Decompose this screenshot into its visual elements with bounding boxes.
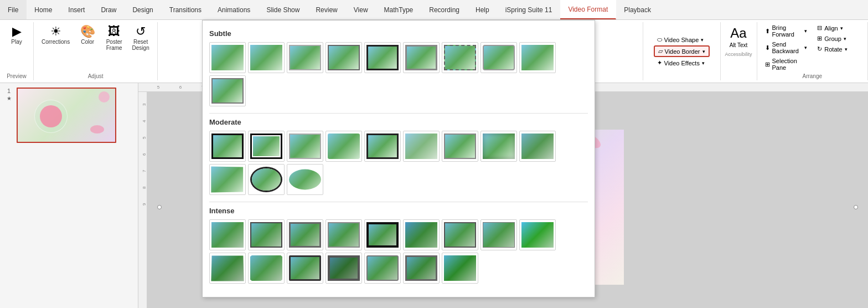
intense-style-15[interactable]: [403, 253, 440, 284]
tab-view[interactable]: View: [346, 0, 376, 19]
tab-playback[interactable]: Playback: [616, 0, 659, 19]
moderate-style-7[interactable]: [442, 131, 478, 162]
subtle-style-5[interactable]: [364, 42, 401, 73]
moderate-style-5[interactable]: [364, 131, 401, 162]
subtle-style-3[interactable]: [287, 42, 323, 73]
moderate-style-grid: [209, 131, 588, 195]
poster-frame-button[interactable]: 🖼 PosterFrame: [102, 23, 126, 53]
alt-text-button[interactable]: Aa Alt Text: [725, 23, 752, 50]
video-border-icon: ▱: [658, 48, 663, 55]
preview-group: ▶ Play Preview: [0, 22, 34, 80]
tab-slideshow[interactable]: Slide Show: [259, 0, 308, 19]
rotate-icon: ↻: [817, 45, 822, 53]
group-button[interactable]: ⊞ Group ▾: [814, 34, 863, 43]
video-effects-button[interactable]: ✦ Video Effects ▾: [654, 58, 710, 68]
intense-style-16[interactable]: [442, 253, 478, 284]
tab-draw[interactable]: Draw: [93, 0, 125, 19]
slide-thumb-img[interactable]: [17, 88, 116, 143]
v-ruler-mark-8: 8: [138, 179, 147, 196]
corrections-label: Corrections: [42, 39, 70, 45]
tab-help[interactable]: Help: [468, 0, 498, 19]
tab-ispring[interactable]: iSpring Suite 11: [498, 0, 561, 19]
reset-design-button[interactable]: ↺ ResetDesign: [128, 23, 153, 53]
moderate-style-3[interactable]: [287, 131, 323, 162]
subtle-style-9[interactable]: [519, 42, 556, 73]
intense-style-5[interactable]: [364, 219, 401, 250]
intense-style-9[interactable]: [519, 219, 556, 250]
moderate-section-title: Moderate: [209, 118, 588, 126]
alt-text-icon: Aa: [730, 25, 746, 41]
tab-file[interactable]: File: [0, 0, 27, 19]
selection-handle-right[interactable]: [854, 205, 858, 209]
rotate-button[interactable]: ↻ Rotate ▾: [814, 44, 863, 54]
moderate-style-2[interactable]: [248, 131, 285, 162]
send-backward-icon: ⬇: [765, 44, 770, 52]
moderate-style-4[interactable]: [326, 131, 362, 162]
selection-pane-button[interactable]: ⊞ Selection Pane: [762, 57, 811, 72]
tab-video-format[interactable]: Video Format: [560, 0, 616, 19]
tab-animations[interactable]: Animations: [210, 0, 259, 19]
adjust-group: ☀ Corrections 🎨 Color 🖼 PosterFrame ↺ Re…: [34, 22, 158, 80]
subtle-style-7[interactable]: [442, 42, 478, 73]
selection-handle-left[interactable]: [157, 205, 162, 209]
intense-section-title: Intense: [209, 207, 588, 215]
alt-text-label: Alt Text: [730, 42, 748, 48]
moderate-style-8[interactable]: [480, 131, 517, 162]
intense-style-12[interactable]: [287, 253, 323, 284]
subtle-style-10[interactable]: [209, 75, 246, 106]
subtle-style-4[interactable]: [326, 42, 362, 73]
video-border-arrow: ▾: [702, 49, 705, 54]
v-ruler-mark-5: 5: [138, 130, 147, 146]
bring-forward-button[interactable]: ⬆ Bring Forward ▾: [762, 23, 811, 39]
moderate-style-11[interactable]: [248, 164, 285, 195]
intense-style-1[interactable]: [209, 219, 246, 250]
moderate-style-10[interactable]: [209, 164, 246, 195]
v-ruler-mark-4: 4: [138, 113, 147, 130]
corrections-icon: ☀: [50, 25, 61, 38]
tab-mathtype[interactable]: MathType: [376, 0, 422, 19]
intense-style-13[interactable]: [326, 253, 362, 284]
corrections-button[interactable]: ☀ Corrections: [38, 23, 73, 47]
intense-style-2[interactable]: [248, 219, 285, 250]
play-button[interactable]: ▶ Play: [4, 23, 29, 47]
adjust-label: Adjust: [88, 73, 104, 79]
subtle-divider: [209, 113, 588, 114]
ruler-mark-6: 6: [169, 85, 192, 90]
slide-thumbnail: 1 ★: [0, 83, 138, 147]
intense-style-11[interactable]: [248, 253, 285, 284]
intense-style-6[interactable]: [403, 219, 440, 250]
tab-recording[interactable]: Recording: [421, 0, 468, 19]
moderate-style-12[interactable]: [287, 164, 323, 195]
tab-insert[interactable]: Insert: [60, 0, 93, 19]
video-border-label: Video Border: [665, 48, 700, 55]
poster-frame-label: PosterFrame: [106, 39, 122, 51]
send-backward-arrow: ▾: [804, 45, 807, 50]
send-backward-button[interactable]: ⬇ Send Backward ▾: [762, 40, 811, 55]
moderate-style-9[interactable]: [519, 131, 556, 162]
tab-home[interactable]: Home: [27, 0, 60, 19]
tab-transitions[interactable]: Transitions: [162, 0, 210, 19]
color-button[interactable]: 🎨 Color: [75, 23, 100, 47]
intense-style-14[interactable]: [364, 253, 401, 284]
subtle-style-8[interactable]: [480, 42, 517, 73]
align-button[interactable]: ⊟ Align ▾: [814, 23, 863, 33]
align-label: Align: [824, 25, 838, 32]
subtle-style-2[interactable]: [248, 42, 285, 73]
bring-forward-icon: ⬆: [765, 28, 770, 35]
video-shape-button[interactable]: ⬭ Video Shape ▾: [654, 35, 710, 44]
subtle-style-1[interactable]: [209, 42, 246, 73]
intense-style-8[interactable]: [480, 219, 517, 250]
intense-style-7[interactable]: [442, 219, 478, 250]
moderate-style-1[interactable]: [209, 131, 246, 162]
reset-design-label: ResetDesign: [132, 39, 149, 51]
moderate-style-6[interactable]: [403, 131, 440, 162]
subtle-style-6[interactable]: [403, 42, 440, 73]
rotate-label: Rotate: [824, 46, 842, 53]
tab-design[interactable]: Design: [125, 0, 161, 19]
video-border-button[interactable]: ▱ Video Border ▾: [654, 45, 710, 57]
align-arrow: ▾: [840, 25, 843, 31]
intense-style-10[interactable]: [209, 253, 246, 284]
tab-review[interactable]: Review: [308, 0, 345, 19]
intense-style-4[interactable]: [326, 219, 362, 250]
intense-style-3[interactable]: [287, 219, 323, 250]
